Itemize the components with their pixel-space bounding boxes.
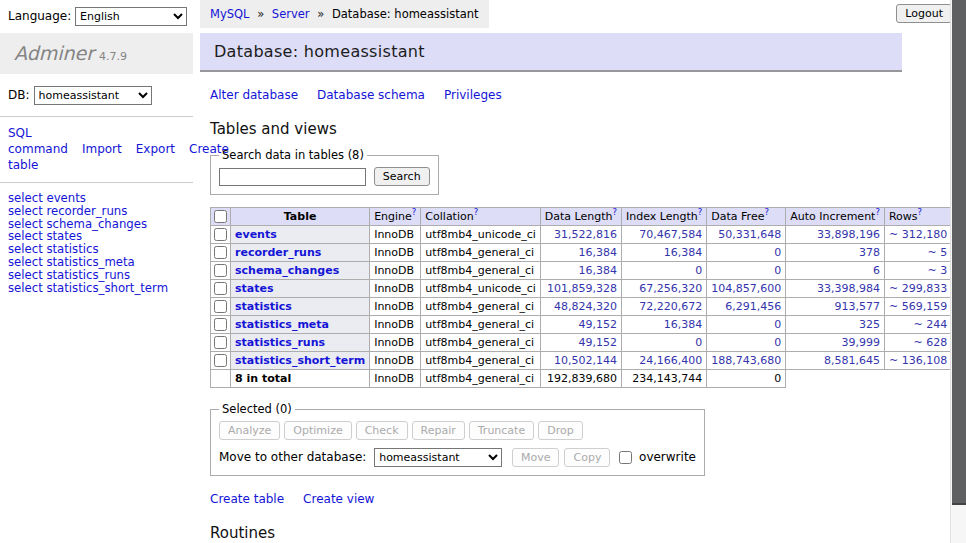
data-length-cell: 101,859,328 <box>540 280 621 298</box>
move-db-select[interactable]: homeassistant <box>374 448 502 467</box>
check-button[interactable]: Check <box>356 421 408 440</box>
auto-increment-cell: 8,581,645 <box>786 352 885 370</box>
db-link-privileges[interactable]: Privileges <box>444 88 502 102</box>
index-length-cell: 24,166,400 <box>622 352 707 370</box>
help-link-collation[interactable]: ? <box>474 207 479 217</box>
total-empty-cell <box>211 370 231 388</box>
row-checkbox-statistics-meta[interactable] <box>214 318 227 331</box>
rows-cell: ~ 569,159 <box>884 298 951 316</box>
optimize-button[interactable]: Optimize <box>284 421 351 440</box>
breadcrumb-link-mysql[interactable]: MySQL <box>210 7 250 21</box>
select-all-checkbox[interactable] <box>214 210 227 223</box>
data-length-cell: 16,384 <box>540 244 621 262</box>
create-link-create-view[interactable]: Create view <box>303 492 374 506</box>
language-label: Language: <box>8 9 71 23</box>
help-link-auto-increment[interactable]: ? <box>875 207 880 217</box>
rows-cell: ~ 628 <box>884 334 951 352</box>
vertical-scrollbar[interactable] <box>950 0 966 543</box>
sidebar-select-events[interactable]: select events <box>8 192 185 205</box>
engine-cell: InnoDB <box>370 334 421 352</box>
index-length-cell: 16,384 <box>622 316 707 334</box>
collation-cell: utf8mb4_general_ci <box>421 334 540 352</box>
total-index-length: 234,143,744 <box>622 370 707 388</box>
page-title: Database: homeassistant <box>200 33 902 72</box>
index-length-cell: 16,384 <box>622 244 707 262</box>
auto-increment-cell: 6 <box>786 262 885 280</box>
sidebar-action-import[interactable]: Import <box>82 142 122 156</box>
row-checkbox-states[interactable] <box>214 282 227 295</box>
collation-cell: utf8mb4_general_ci <box>421 244 540 262</box>
truncate-button[interactable]: Truncate <box>469 421 534 440</box>
table-row-states: statesInnoDButf8mb4_unicode_ci101,859,32… <box>211 280 966 298</box>
app-logo[interactable]: Adminer <box>14 42 94 64</box>
row-checkbox-statistics-short-term[interactable] <box>214 354 227 367</box>
engine-cell: InnoDB <box>370 316 421 334</box>
table-link-states[interactable]: states <box>235 282 274 295</box>
table-link-statistics-short-term[interactable]: statistics_short_term <box>235 354 365 367</box>
auto-increment-cell: 39,999 <box>786 334 885 352</box>
search-fieldset: Search data in tables (8) Search <box>210 148 439 195</box>
table-link-statistics[interactable]: statistics <box>235 300 292 313</box>
table-link-schema-changes[interactable]: schema_changes <box>235 264 339 277</box>
auto-increment-cell: 33,898,196 <box>786 226 885 244</box>
sidebar-select-statistics-meta[interactable]: select statistics_meta <box>8 256 185 269</box>
row-checkbox-events[interactable] <box>214 228 227 241</box>
column-header-collation: Collation? <box>421 208 540 226</box>
engine-cell: InnoDB <box>370 298 421 316</box>
table-link-events[interactable]: events <box>235 228 277 241</box>
scrollbar-thumb[interactable] <box>952 0 966 505</box>
db-label: DB: <box>8 88 30 102</box>
overwrite-checkbox[interactable] <box>619 451 632 464</box>
move-button[interactable]: Move <box>512 448 560 467</box>
auto-increment-cell: 325 <box>786 316 885 334</box>
help-link-data-free[interactable]: ? <box>764 207 769 217</box>
row-checkbox-statistics-runs[interactable] <box>214 336 227 349</box>
logout-button[interactable]: Logout <box>896 4 952 23</box>
row-checkbox-recorder-runs[interactable] <box>214 246 227 259</box>
db-link-alter-database[interactable]: Alter database <box>210 88 298 102</box>
help-link-rows[interactable]: ? <box>918 207 923 217</box>
sidebar-action-export[interactable]: Export <box>136 142 175 156</box>
rows-cell: ~ 244 <box>884 316 951 334</box>
sidebar-action-sql-command[interactable]: SQL command <box>8 126 68 156</box>
table-name-cell: statistics_meta <box>231 316 370 334</box>
breadcrumb-link-server[interactable]: Server <box>272 7 310 21</box>
row-checkbox-schema-changes[interactable] <box>214 264 227 277</box>
table-row-statistics-short-term: statistics_short_termInnoDButf8mb4_gener… <box>211 352 966 370</box>
collation-cell: utf8mb4_unicode_ci <box>421 280 540 298</box>
sidebar-select-recorder-runs[interactable]: select recorder_runs <box>8 205 185 218</box>
column-header-data-free: Data Free? <box>707 208 786 226</box>
engine-cell: InnoDB <box>370 352 421 370</box>
drop-button[interactable]: Drop <box>538 421 582 440</box>
sidebar-divider <box>0 116 193 117</box>
help-link-index-length[interactable]: ? <box>698 207 703 217</box>
total-engine: InnoDB <box>370 370 421 388</box>
data-free-cell: 0 <box>707 334 786 352</box>
data-free-cell: 6,291,456 <box>707 298 786 316</box>
database-links: Alter databaseDatabase schemaPrivileges <box>210 88 950 102</box>
db-select[interactable]: homeassistant <box>34 86 152 105</box>
table-link-statistics-runs[interactable]: statistics_runs <box>235 336 325 349</box>
help-link-engine[interactable]: ? <box>412 207 417 217</box>
db-link-database-schema[interactable]: Database schema <box>317 88 425 102</box>
language-select[interactable]: English <box>75 7 187 26</box>
auto-increment-cell: 913,577 <box>786 298 885 316</box>
search-input[interactable] <box>219 168 366 186</box>
table-link-statistics-meta[interactable]: statistics_meta <box>235 318 329 331</box>
search-button[interactable]: Search <box>374 167 430 186</box>
analyze-button[interactable]: Analyze <box>219 421 280 440</box>
sidebar-select-statistics-runs[interactable]: select statistics_runs <box>8 269 185 282</box>
table-name-cell: recorder_runs <box>231 244 370 262</box>
rows-cell: ~ 3 <box>884 262 951 280</box>
column-header-rows: Rows? <box>884 208 951 226</box>
data-free-cell: 0 <box>707 316 786 334</box>
repair-button[interactable]: Repair <box>412 421 465 440</box>
row-checkbox-statistics[interactable] <box>214 300 227 313</box>
table-name-cell: statistics_runs <box>231 334 370 352</box>
table-link-recorder-runs[interactable]: recorder_runs <box>235 246 321 259</box>
copy-button[interactable]: Copy <box>564 448 610 467</box>
help-link-data-length[interactable]: ? <box>613 207 618 217</box>
create-link-create-table[interactable]: Create table <box>210 492 284 506</box>
data-free-cell: 0 <box>707 262 786 280</box>
sidebar-select-statistics-short-term[interactable]: select statistics_short_term <box>8 282 185 295</box>
